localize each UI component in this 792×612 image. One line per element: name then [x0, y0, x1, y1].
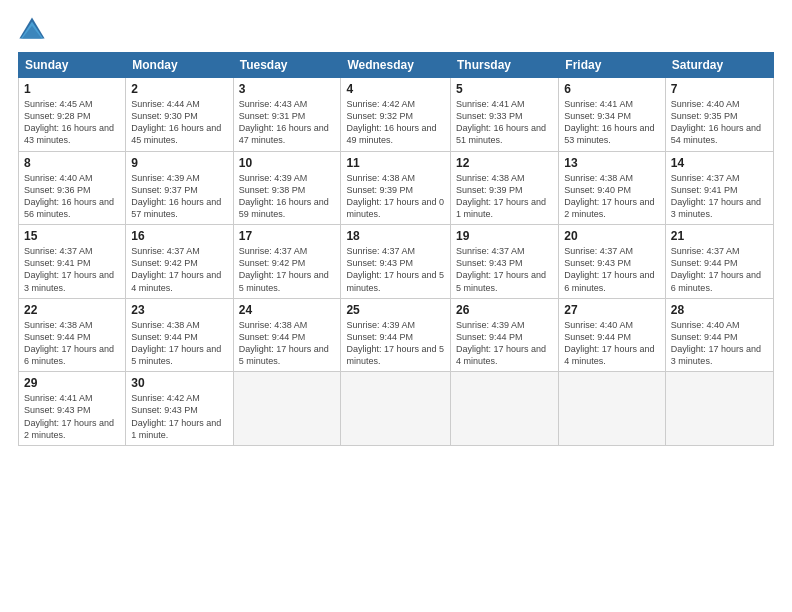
- day-number: 11: [346, 156, 445, 170]
- day-number: 2: [131, 82, 227, 96]
- day-info: Sunrise: 4:38 AM Sunset: 9:44 PM Dayligh…: [24, 319, 120, 368]
- day-info: Sunrise: 4:40 AM Sunset: 9:36 PM Dayligh…: [24, 172, 120, 221]
- day-info: Sunrise: 4:38 AM Sunset: 9:40 PM Dayligh…: [564, 172, 660, 221]
- calendar-cell: 12Sunrise: 4:38 AM Sunset: 9:39 PM Dayli…: [451, 151, 559, 225]
- calendar-cell: 17Sunrise: 4:37 AM Sunset: 9:42 PM Dayli…: [233, 225, 341, 299]
- day-info: Sunrise: 4:43 AM Sunset: 9:31 PM Dayligh…: [239, 98, 336, 147]
- week-row-4: 22Sunrise: 4:38 AM Sunset: 9:44 PM Dayli…: [19, 298, 774, 372]
- day-number: 7: [671, 82, 768, 96]
- calendar-cell: 9Sunrise: 4:39 AM Sunset: 9:37 PM Daylig…: [126, 151, 233, 225]
- day-info: Sunrise: 4:37 AM Sunset: 9:44 PM Dayligh…: [671, 245, 768, 294]
- page-header: [18, 16, 774, 44]
- day-number: 25: [346, 303, 445, 317]
- day-info: Sunrise: 4:38 AM Sunset: 9:44 PM Dayligh…: [239, 319, 336, 368]
- day-number: 24: [239, 303, 336, 317]
- day-info: Sunrise: 4:45 AM Sunset: 9:28 PM Dayligh…: [24, 98, 120, 147]
- day-info: Sunrise: 4:37 AM Sunset: 9:42 PM Dayligh…: [239, 245, 336, 294]
- calendar-cell: 13Sunrise: 4:38 AM Sunset: 9:40 PM Dayli…: [559, 151, 666, 225]
- day-info: Sunrise: 4:37 AM Sunset: 9:42 PM Dayligh…: [131, 245, 227, 294]
- day-number: 29: [24, 376, 120, 390]
- day-info: Sunrise: 4:39 AM Sunset: 9:37 PM Dayligh…: [131, 172, 227, 221]
- calendar-cell: 2Sunrise: 4:44 AM Sunset: 9:30 PM Daylig…: [126, 78, 233, 152]
- day-number: 21: [671, 229, 768, 243]
- week-row-5: 29Sunrise: 4:41 AM Sunset: 9:43 PM Dayli…: [19, 372, 774, 446]
- day-number: 28: [671, 303, 768, 317]
- header-thursday: Thursday: [451, 53, 559, 78]
- day-info: Sunrise: 4:39 AM Sunset: 9:44 PM Dayligh…: [456, 319, 553, 368]
- day-number: 1: [24, 82, 120, 96]
- day-info: Sunrise: 4:40 AM Sunset: 9:35 PM Dayligh…: [671, 98, 768, 147]
- calendar-cell: 15Sunrise: 4:37 AM Sunset: 9:41 PM Dayli…: [19, 225, 126, 299]
- day-number: 18: [346, 229, 445, 243]
- day-info: Sunrise: 4:41 AM Sunset: 9:43 PM Dayligh…: [24, 392, 120, 441]
- calendar-cell: 6Sunrise: 4:41 AM Sunset: 9:34 PM Daylig…: [559, 78, 666, 152]
- day-number: 17: [239, 229, 336, 243]
- day-info: Sunrise: 4:40 AM Sunset: 9:44 PM Dayligh…: [564, 319, 660, 368]
- day-info: Sunrise: 4:39 AM Sunset: 9:44 PM Dayligh…: [346, 319, 445, 368]
- day-info: Sunrise: 4:41 AM Sunset: 9:33 PM Dayligh…: [456, 98, 553, 147]
- day-number: 3: [239, 82, 336, 96]
- calendar-cell: 24Sunrise: 4:38 AM Sunset: 9:44 PM Dayli…: [233, 298, 341, 372]
- calendar-cell: 18Sunrise: 4:37 AM Sunset: 9:43 PM Dayli…: [341, 225, 451, 299]
- day-number: 6: [564, 82, 660, 96]
- calendar-cell: 19Sunrise: 4:37 AM Sunset: 9:43 PM Dayli…: [451, 225, 559, 299]
- calendar-cell: 4Sunrise: 4:42 AM Sunset: 9:32 PM Daylig…: [341, 78, 451, 152]
- day-info: Sunrise: 4:44 AM Sunset: 9:30 PM Dayligh…: [131, 98, 227, 147]
- day-info: Sunrise: 4:37 AM Sunset: 9:43 PM Dayligh…: [346, 245, 445, 294]
- day-number: 20: [564, 229, 660, 243]
- day-number: 4: [346, 82, 445, 96]
- day-info: Sunrise: 4:40 AM Sunset: 9:44 PM Dayligh…: [671, 319, 768, 368]
- header-sunday: Sunday: [19, 53, 126, 78]
- day-info: Sunrise: 4:39 AM Sunset: 9:38 PM Dayligh…: [239, 172, 336, 221]
- day-number: 16: [131, 229, 227, 243]
- calendar-cell: 7Sunrise: 4:40 AM Sunset: 9:35 PM Daylig…: [665, 78, 773, 152]
- day-info: Sunrise: 4:38 AM Sunset: 9:44 PM Dayligh…: [131, 319, 227, 368]
- day-number: 9: [131, 156, 227, 170]
- logo: [18, 16, 48, 44]
- header-friday: Friday: [559, 53, 666, 78]
- calendar-cell: 3Sunrise: 4:43 AM Sunset: 9:31 PM Daylig…: [233, 78, 341, 152]
- day-number: 14: [671, 156, 768, 170]
- day-info: Sunrise: 4:37 AM Sunset: 9:41 PM Dayligh…: [24, 245, 120, 294]
- calendar-cell: 29Sunrise: 4:41 AM Sunset: 9:43 PM Dayli…: [19, 372, 126, 446]
- calendar-cell: [451, 372, 559, 446]
- day-info: Sunrise: 4:38 AM Sunset: 9:39 PM Dayligh…: [346, 172, 445, 221]
- day-info: Sunrise: 4:41 AM Sunset: 9:34 PM Dayligh…: [564, 98, 660, 147]
- day-number: 5: [456, 82, 553, 96]
- calendar-cell: [665, 372, 773, 446]
- calendar-cell: [233, 372, 341, 446]
- calendar-cell: 16Sunrise: 4:37 AM Sunset: 9:42 PM Dayli…: [126, 225, 233, 299]
- day-number: 19: [456, 229, 553, 243]
- calendar: SundayMondayTuesdayWednesdayThursdayFrid…: [18, 52, 774, 446]
- calendar-cell: 5Sunrise: 4:41 AM Sunset: 9:33 PM Daylig…: [451, 78, 559, 152]
- calendar-cell: 20Sunrise: 4:37 AM Sunset: 9:43 PM Dayli…: [559, 225, 666, 299]
- day-number: 26: [456, 303, 553, 317]
- day-number: 22: [24, 303, 120, 317]
- calendar-cell: 30Sunrise: 4:42 AM Sunset: 9:43 PM Dayli…: [126, 372, 233, 446]
- day-info: Sunrise: 4:37 AM Sunset: 9:43 PM Dayligh…: [456, 245, 553, 294]
- calendar-cell: 8Sunrise: 4:40 AM Sunset: 9:36 PM Daylig…: [19, 151, 126, 225]
- week-row-3: 15Sunrise: 4:37 AM Sunset: 9:41 PM Dayli…: [19, 225, 774, 299]
- day-number: 15: [24, 229, 120, 243]
- calendar-header-row: SundayMondayTuesdayWednesdayThursdayFrid…: [19, 53, 774, 78]
- day-number: 10: [239, 156, 336, 170]
- calendar-cell: 25Sunrise: 4:39 AM Sunset: 9:44 PM Dayli…: [341, 298, 451, 372]
- calendar-cell: 28Sunrise: 4:40 AM Sunset: 9:44 PM Dayli…: [665, 298, 773, 372]
- calendar-cell: 23Sunrise: 4:38 AM Sunset: 9:44 PM Dayli…: [126, 298, 233, 372]
- calendar-cell: 14Sunrise: 4:37 AM Sunset: 9:41 PM Dayli…: [665, 151, 773, 225]
- week-row-2: 8Sunrise: 4:40 AM Sunset: 9:36 PM Daylig…: [19, 151, 774, 225]
- calendar-cell: [341, 372, 451, 446]
- day-info: Sunrise: 4:42 AM Sunset: 9:32 PM Dayligh…: [346, 98, 445, 147]
- calendar-cell: 26Sunrise: 4:39 AM Sunset: 9:44 PM Dayli…: [451, 298, 559, 372]
- day-info: Sunrise: 4:42 AM Sunset: 9:43 PM Dayligh…: [131, 392, 227, 441]
- day-number: 27: [564, 303, 660, 317]
- calendar-cell: 11Sunrise: 4:38 AM Sunset: 9:39 PM Dayli…: [341, 151, 451, 225]
- logo-icon: [18, 16, 46, 44]
- day-number: 12: [456, 156, 553, 170]
- header-saturday: Saturday: [665, 53, 773, 78]
- calendar-cell: 10Sunrise: 4:39 AM Sunset: 9:38 PM Dayli…: [233, 151, 341, 225]
- day-number: 30: [131, 376, 227, 390]
- calendar-cell: 22Sunrise: 4:38 AM Sunset: 9:44 PM Dayli…: [19, 298, 126, 372]
- calendar-cell: 21Sunrise: 4:37 AM Sunset: 9:44 PM Dayli…: [665, 225, 773, 299]
- calendar-cell: [559, 372, 666, 446]
